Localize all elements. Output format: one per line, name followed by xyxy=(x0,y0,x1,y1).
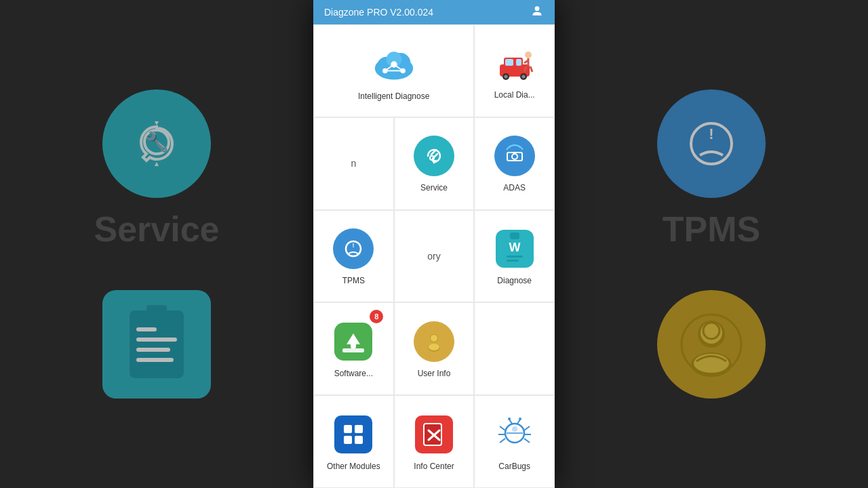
bg-user-icon xyxy=(657,290,766,399)
svg-rect-2 xyxy=(130,310,184,378)
diagnose-report-label: Diagnose xyxy=(497,276,532,285)
svg-line-72 xyxy=(500,426,505,430)
info-center-icon xyxy=(412,413,456,456)
adas-label: ADAS xyxy=(503,183,526,192)
svg-rect-30 xyxy=(505,59,513,66)
svg-text:🔧: 🔧 xyxy=(144,131,168,153)
svg-line-77 xyxy=(524,439,530,443)
partial-left-item[interactable] xyxy=(474,302,555,395)
info-center-label: Info Center xyxy=(414,462,454,471)
bg-service-icon: 🔧 xyxy=(102,89,211,198)
svg-line-40 xyxy=(530,66,532,72)
other-modules-item[interactable]: Other Modules xyxy=(313,395,394,488)
svg-point-62 xyxy=(429,344,439,350)
tpms-item[interactable]: ! TPMS xyxy=(313,210,394,303)
svg-line-75 xyxy=(524,426,530,430)
menu-partial-item[interactable]: n xyxy=(313,117,394,210)
software-update-label: Software... xyxy=(334,369,373,378)
intelligent-diagnose-label: Intelligent Diagnose xyxy=(358,92,429,101)
background-left: 🔧 Service xyxy=(0,0,313,488)
diagnose-report-item[interactable]: W Diagnose xyxy=(474,210,555,303)
local-diagnose-icon xyxy=(493,41,536,85)
svg-rect-54 xyxy=(507,260,519,262)
software-update-badge: 8 xyxy=(370,310,383,323)
other-modules-label: Other Modules xyxy=(327,462,380,471)
svg-rect-53 xyxy=(507,256,523,258)
service-icon xyxy=(412,134,456,178)
svg-point-34 xyxy=(504,75,507,79)
svg-point-61 xyxy=(431,335,437,342)
carbugs-icon xyxy=(493,413,536,456)
main-grid: Intelligent Diagnose xyxy=(313,24,555,488)
background-right: ! TPMS xyxy=(555,0,868,488)
svg-point-17 xyxy=(535,6,540,11)
svg-point-83 xyxy=(512,426,517,432)
bg-clipboard-icon xyxy=(102,290,211,399)
svg-rect-66 xyxy=(355,436,363,444)
software-update-icon xyxy=(332,320,375,363)
user-info-icon xyxy=(412,320,456,363)
diagnose-report-icon: W xyxy=(493,227,536,270)
svg-text:!: ! xyxy=(709,125,713,142)
service-item[interactable]: Service xyxy=(394,117,475,210)
adas-icon xyxy=(493,134,536,178)
svg-rect-4 xyxy=(136,327,157,331)
svg-rect-64 xyxy=(355,425,363,433)
history-partial-item[interactable]: ory xyxy=(394,210,475,303)
svg-text:!: ! xyxy=(353,242,355,249)
tpms-icon: ! xyxy=(332,227,375,270)
svg-line-74 xyxy=(500,439,505,443)
svg-rect-6 xyxy=(136,348,170,352)
app-title: Diagzone PRO V2.00.024 xyxy=(324,7,433,18)
svg-point-81 xyxy=(519,418,521,420)
user-info-label: User Info xyxy=(418,369,451,378)
software-update-item[interactable]: 8 Software... xyxy=(313,302,394,395)
svg-rect-63 xyxy=(344,425,352,433)
local-diagnose-label: Local Dia... xyxy=(494,90,535,100)
svg-rect-51 xyxy=(510,232,519,239)
carbugs-label: CarBugs xyxy=(498,462,530,471)
menu-partial-label: n xyxy=(351,158,356,169)
svg-text:W: W xyxy=(509,241,520,254)
svg-rect-55 xyxy=(342,348,364,352)
service-label: Service xyxy=(420,183,448,192)
tpms-label: TPMS xyxy=(342,276,365,285)
svg-rect-57 xyxy=(351,342,356,348)
svg-point-36 xyxy=(525,52,532,58)
user-info-item[interactable]: User Info xyxy=(394,302,475,395)
svg-rect-65 xyxy=(344,436,352,444)
app-header: Diagzone PRO V2.00.024 xyxy=(313,0,555,24)
svg-rect-3 xyxy=(146,305,167,316)
svg-rect-5 xyxy=(136,338,177,342)
intelligent-diagnose-icon xyxy=(372,43,416,86)
svg-point-35 xyxy=(521,75,525,79)
intelligent-diagnose-item[interactable]: Intelligent Diagnose xyxy=(313,24,474,117)
local-diagnose-item[interactable]: Local Dia... xyxy=(474,24,555,117)
history-partial-label: ory xyxy=(427,251,440,262)
bg-service-label: Service xyxy=(94,209,219,249)
adas-item[interactable]: ADAS xyxy=(474,117,555,210)
bg-tpms-label: TPMS xyxy=(663,209,760,249)
bg-tpms-icon: ! xyxy=(657,89,766,198)
svg-rect-7 xyxy=(136,358,174,362)
svg-rect-31 xyxy=(516,59,521,66)
carbugs-item[interactable]: CarBugs xyxy=(474,395,555,488)
other-modules-icon xyxy=(332,413,375,456)
info-center-item[interactable]: Info Center xyxy=(394,395,475,488)
user-icon[interactable] xyxy=(530,4,544,21)
phone-container: Diagzone PRO V2.00.024 xyxy=(313,0,555,488)
svg-point-80 xyxy=(508,418,511,420)
